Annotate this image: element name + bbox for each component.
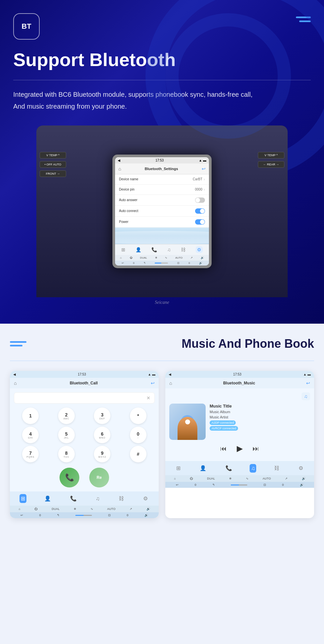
bottom-header: Music And Phone Book [10, 337, 314, 351]
call-button[interactable]: 📞 [60, 468, 79, 487]
mc-power[interactable]: ⏻ [190, 477, 193, 480]
auto-connect-row[interactable]: Auto connect [115, 206, 209, 217]
music-nav-link[interactable]: ⛓ [273, 464, 281, 473]
power-row[interactable]: Power [115, 217, 209, 228]
mc-vol[interactable]: 🔊 [302, 477, 305, 480]
nav-music-icon[interactable]: ♫ [167, 247, 171, 252]
page-title: Support Bluetooth [13, 50, 311, 70]
mc-ac[interactable]: ∿ [246, 477, 249, 480]
music-bottom-nav: ⊞ 👤 📞 ♫ ⛓ ⚙ [165, 461, 314, 475]
call-nav-music[interactable]: ♫ [94, 494, 101, 503]
c-power[interactable]: ⏻ [34, 507, 37, 511]
mc-fan[interactable]: ❄ [229, 477, 232, 480]
c-fan[interactable]: ❄ [74, 507, 76, 511]
dial-key-9[interactable]: 9WXYZ [94, 446, 110, 462]
climate-home[interactable]: ⌂ [120, 256, 122, 259]
c-home[interactable]: ⌂ [19, 507, 20, 511]
dial-key-star[interactable]: * [130, 408, 146, 424]
chevron-icon: › [204, 187, 205, 192]
call-nav-phone[interactable]: 📞 [69, 494, 78, 503]
climate-auto: AUTO [175, 256, 182, 259]
music-nav-grid[interactable]: ⊞ [175, 464, 182, 473]
front-btn[interactable]: FRONT → [40, 170, 66, 177]
call-nav-settings[interactable]: ⚙ [142, 494, 149, 503]
cs-slider[interactable] [75, 515, 92, 516]
slider-icon: ↰ [143, 262, 146, 265]
auto-answer-toggle[interactable] [195, 197, 205, 203]
power-toggle[interactable] [195, 219, 205, 225]
back-icon[interactable]: ↩ [202, 166, 206, 171]
temp-right-btn[interactable]: V TEMP ^ [258, 152, 284, 159]
music-nav-user[interactable]: 👤 [198, 464, 208, 473]
rear-btn[interactable]: ← REAR → [258, 161, 284, 168]
cs-vol[interactable]: 🔊 [144, 514, 148, 517]
music-nav-music[interactable]: ♫ [250, 464, 256, 473]
c-auto: AUTO [107, 507, 115, 511]
climate-ac[interactable]: ∿ [165, 256, 167, 259]
call-back-icon[interactable]: ↩ [151, 380, 155, 386]
music-body: ♫ Music Title Music Album Music Artist A… [165, 388, 314, 461]
car-interior: V TEMP ^ • OFF AUTO FRONT → ◀ 17:53 ▲ ▬ [36, 125, 288, 297]
ms-slider[interactable] [231, 484, 247, 485]
music-note-icon[interactable]: ♫ [302, 392, 310, 400]
ms-icon2: ⊡ [263, 483, 266, 486]
dial-key-7[interactable]: 7PQRS [22, 446, 39, 462]
mc-home[interactable]: ⌂ [174, 477, 176, 480]
bt-logo-text: BT [21, 22, 31, 31]
cs-back[interactable]: ↩ [20, 514, 23, 517]
climate-vol[interactable]: 🔊 [201, 256, 204, 259]
dial-key-1[interactable]: 1 [22, 408, 39, 424]
screen-slider-bar: ↩ 0 ↰ ⊡ 0 🔊 [115, 261, 209, 266]
music-screen-title: Bluetooth_Music [172, 381, 306, 385]
dial-key-8[interactable]: 8TUV [58, 446, 75, 462]
home-icon[interactable]: ⌂ [118, 166, 121, 171]
call-nav-link[interactable]: ⛓ [117, 494, 125, 503]
ms-vol[interactable]: 🔊 [300, 483, 304, 486]
dial-key-0[interactable]: 0- [130, 427, 146, 443]
ms-back[interactable]: ↩ [176, 483, 179, 486]
device-pin-row[interactable]: Device pin 0000 › [115, 185, 209, 195]
c-ac[interactable]: ∿ [91, 507, 93, 511]
mini-slider[interactable] [155, 263, 168, 264]
desc-line2: And music streaming from your phone. [13, 103, 127, 110]
call-back-arrow[interactable]: ◀ [13, 373, 16, 376]
redial-button[interactable]: Re [89, 468, 109, 487]
call-nav-user[interactable]: 👤 [43, 494, 52, 503]
slider-vol[interactable]: 🔊 [199, 262, 202, 265]
c-vol[interactable]: 🔊 [146, 507, 150, 511]
back-arrow[interactable]: ◀ [118, 159, 120, 162]
nav-phone-icon[interactable]: 📞 [151, 247, 157, 252]
device-name-row[interactable]: Device name CarBT › [115, 174, 209, 185]
dial-key-4[interactable]: 4GHI [22, 427, 39, 443]
music-home-icon[interactable]: ⌂ [169, 380, 172, 386]
climate-fan[interactable]: ❄ [155, 256, 157, 259]
music-main: Music Title Music Album Music Artist A2D… [169, 404, 310, 440]
nav-link-icon[interactable]: ⛓ [181, 247, 185, 252]
dial-key-hash[interactable]: # [130, 446, 146, 462]
call-nav-grid[interactable]: ⊞ [20, 494, 26, 503]
temp-left-btn[interactable]: V TEMP ^ [40, 152, 66, 159]
prev-button[interactable]: ⏮ [220, 445, 227, 452]
bottom-divider [10, 361, 314, 361]
nav-grid-icon[interactable]: ⊞ [121, 247, 125, 252]
music-nav-settings[interactable]: ⚙ [297, 464, 304, 473]
nav-settings-icon[interactable]: ⚙ [196, 246, 203, 253]
off-auto-btn[interactable]: • OFF AUTO [40, 161, 66, 168]
music-back-arrow[interactable]: ◀ [169, 373, 171, 376]
auto-answer-row[interactable]: Auto answer [115, 195, 209, 206]
nav-user-icon[interactable]: 👤 [136, 247, 141, 252]
dial-clear-btn[interactable]: ✕ [146, 395, 150, 401]
dial-key-6[interactable]: 6MNO [94, 427, 110, 443]
music-back-icon[interactable]: ↩ [306, 380, 310, 386]
dial-key-3[interactable]: 3DEF [94, 408, 110, 424]
climate-power[interactable]: ⏻ [130, 256, 132, 259]
slider-back[interactable]: ↩ [122, 262, 124, 265]
dial-key-2[interactable]: 2ABC [58, 408, 75, 424]
next-button[interactable]: ⏭ [253, 445, 259, 452]
music-nav-phone[interactable]: 📞 [224, 464, 233, 473]
play-button[interactable]: ▶ [237, 444, 243, 453]
hamburger-menu-icon[interactable] [296, 13, 311, 22]
call-home-icon[interactable]: ⌂ [14, 380, 17, 386]
auto-connect-toggle[interactable] [195, 208, 205, 214]
dial-key-5[interactable]: 5JKL [58, 427, 75, 443]
